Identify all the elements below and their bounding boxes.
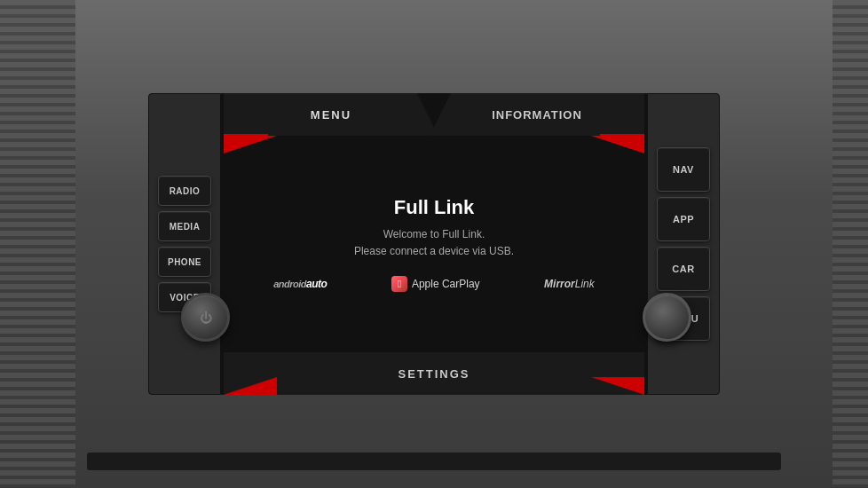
full-link-title: Full Link <box>394 196 474 219</box>
unit-container: RADIO MEDIA PHONE VOICE MENU <box>148 93 720 395</box>
android-auto-logo[interactable]: androidauto <box>273 278 327 290</box>
red-accent-right <box>600 134 644 136</box>
mirror-link-logo[interactable]: MirrorLink <box>544 278 595 290</box>
apple-carplay-logo[interactable]:  Apple CarPlay <box>391 276 480 292</box>
car-button[interactable]: CAR <box>657 247 710 291</box>
screen-top-bar: MENU INFORMATION <box>224 93 644 136</box>
right-button-panel: NAV APP CAR MENU <box>647 93 720 395</box>
vent-right <box>832 0 868 488</box>
screen-content: Full Link Welcome to Full Link. Please c… <box>224 136 644 352</box>
power-icon: ⏻ <box>200 311 212 325</box>
media-button[interactable]: MEDIA <box>158 211 211 241</box>
nav-button[interactable]: NAV <box>657 147 710 192</box>
red-accent-left <box>224 134 268 136</box>
red-corner-bottom-left <box>224 377 277 395</box>
full-link-subtitle: Welcome to Full Link. Please connect a d… <box>354 226 514 260</box>
red-corner-top-left <box>224 136 277 153</box>
knob-right[interactable] <box>643 293 691 342</box>
screen-bottom-bar[interactable]: SETTINGS <box>224 352 644 395</box>
apple-carplay-icon:  <box>391 276 407 292</box>
app-button[interactable]: APP <box>657 197 710 241</box>
screen-wrapper: MENU INFORMATION Full Link Welcome to Fu… <box>221 93 647 395</box>
dashboard: RADIO MEDIA PHONE VOICE MENU <box>0 0 868 488</box>
vent-left <box>0 0 75 488</box>
left-button-panel: RADIO MEDIA PHONE VOICE <box>148 93 221 395</box>
red-corner-top-right <box>591 136 644 153</box>
red-corner-bottom-right <box>591 377 644 395</box>
app-logos-row: androidauto  Apple CarPlay MirrorLink <box>224 276 644 292</box>
phone-button[interactable]: PHONE <box>158 247 211 277</box>
main-screen: MENU INFORMATION Full Link Welcome to Fu… <box>221 93 647 395</box>
tab-menu[interactable]: MENU <box>224 93 438 136</box>
bottom-strip <box>87 453 781 470</box>
tab-information[interactable]: INFORMATION <box>430 93 644 136</box>
radio-button[interactable]: RADIO <box>158 176 211 206</box>
knob-left[interactable]: ⏻ <box>181 293 230 342</box>
